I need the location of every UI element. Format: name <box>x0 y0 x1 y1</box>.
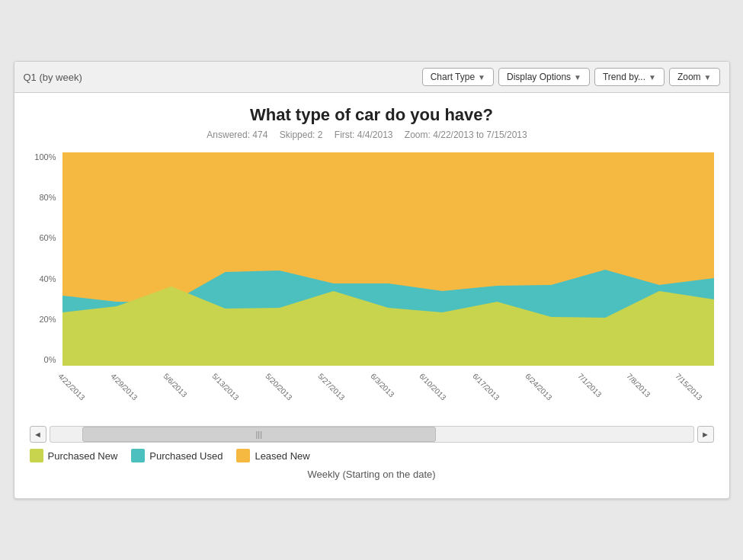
first-stat: First: 4/4/2013 <box>335 130 393 140</box>
zoom-stat: Zoom: 4/22/2013 to 7/15/2013 <box>405 130 527 140</box>
purchased-new-label: Purchased New <box>48 450 118 462</box>
x-axis-label: 6/3/2013 <box>370 372 396 398</box>
x-axis-label: 7/15/2013 <box>674 372 703 402</box>
chart-wrapper: 100% 80% 60% 40% 20% 0% <box>30 152 714 366</box>
chart-subtitle: Answered: 474 Skipped: 2 First: 4/4/2013… <box>30 130 714 140</box>
toolbar-buttons: Chart Type ▼ Display Options ▼ Trend by.… <box>422 68 720 86</box>
scrollbar-thumb-icon: ||| <box>255 430 262 439</box>
leased-new-label: Leased New <box>255 450 309 462</box>
x-axis-label: 6/24/2013 <box>524 372 553 402</box>
x-axis-label: 5/20/2013 <box>264 372 293 402</box>
answered-stat: Answered: 474 <box>207 130 267 140</box>
chart-svg-container <box>62 152 714 366</box>
toolbar-title: Q1 (by week) <box>24 72 422 83</box>
legend-item-purchased-new: Purchased New <box>30 449 118 462</box>
display-options-chevron-icon: ▼ <box>574 73 581 82</box>
purchased-used-swatch <box>131 449 145 462</box>
y-label-60: 60% <box>30 233 56 242</box>
chart-title: What type of car do you have? <box>30 105 714 125</box>
y-label-0: 0% <box>30 355 56 364</box>
x-axis-label: 7/1/2013 <box>577 372 604 398</box>
x-axis-label: 4/22/2013 <box>56 372 86 402</box>
x-label-wrap: 6/17/2013 <box>477 369 511 418</box>
chart-area: What type of car do you have? Answered: … <box>14 93 729 498</box>
scrollbar-thumb[interactable]: ||| <box>82 427 436 442</box>
y-label-80: 80% <box>30 193 56 202</box>
y-label-20: 20% <box>30 315 56 324</box>
trend-by-label: Trend by... <box>603 72 645 82</box>
x-axis-label: 6/10/2013 <box>418 372 447 402</box>
chart-type-chevron-icon: ▼ <box>478 73 485 82</box>
scroll-right-icon: ► <box>701 430 709 439</box>
y-label-40: 40% <box>30 274 56 283</box>
chart-type-label: Chart Type <box>431 72 475 82</box>
x-axis-label: 5/27/2013 <box>316 372 346 402</box>
x-label-wrap: 5/27/2013 <box>322 369 357 418</box>
display-options-button[interactable]: Display Options ▼ <box>498 68 590 86</box>
trend-by-chevron-icon: ▼ <box>649 73 656 82</box>
x-axis-label: 7/8/2013 <box>625 372 652 398</box>
chart-type-button[interactable]: Chart Type ▼ <box>422 68 494 86</box>
purchased-used-label: Purchased Used <box>149 450 223 462</box>
scroll-left-icon: ◄ <box>34 430 42 439</box>
scrollbar-area: ◄ ||| ► <box>30 426 714 443</box>
x-axis-label: 4/29/2013 <box>109 372 139 402</box>
legend-item-leased-new: Leased New <box>236 449 309 462</box>
x-label-wrap: 6/10/2013 <box>424 369 458 418</box>
scroll-right-button[interactable]: ► <box>697 426 714 443</box>
chart-footer: Weekly (Starting on the date) <box>30 469 714 480</box>
x-label-wrap: 7/15/2013 <box>680 369 714 418</box>
x-label-wrap: 6/24/2013 <box>530 369 564 418</box>
scroll-left-button[interactable]: ◄ <box>30 426 46 443</box>
x-label-wrap: 4/22/2013 <box>62 369 97 418</box>
zoom-button[interactable]: Zoom ▼ <box>669 68 720 86</box>
skipped-stat: Skipped: 2 <box>280 130 323 140</box>
x-axis: 4/22/20134/29/20135/6/20135/13/20135/20/… <box>62 369 714 418</box>
x-label-wrap: 7/1/2013 <box>582 369 612 418</box>
zoom-label: Zoom <box>677 72 701 82</box>
x-label-wrap: 4/29/2013 <box>115 369 149 418</box>
area-chart <box>62 152 714 366</box>
purchased-new-swatch <box>30 449 43 462</box>
x-axis-label: 5/6/2013 <box>162 372 189 398</box>
legend-item-purchased-used: Purchased Used <box>131 449 223 462</box>
x-label-wrap: 5/6/2013 <box>168 369 197 418</box>
x-axis-label: 6/17/2013 <box>471 372 501 402</box>
leased-new-swatch <box>236 449 250 462</box>
legend: Purchased New Purchased Used Leased New <box>30 449 714 462</box>
display-options-label: Display Options <box>507 72 571 82</box>
x-label-wrap: 5/20/2013 <box>270 369 304 418</box>
zoom-chevron-icon: ▼ <box>704 73 712 82</box>
x-label-wrap: 7/8/2013 <box>631 369 661 418</box>
x-label-wrap: 6/3/2013 <box>375 369 405 418</box>
x-axis-label: 5/13/2013 <box>210 372 240 402</box>
scrollbar-track: ||| <box>50 426 694 443</box>
x-label-wrap: 5/13/2013 <box>216 369 251 418</box>
trend-by-button[interactable]: Trend by... ▼ <box>594 68 665 86</box>
y-axis: 100% 80% 60% 40% 20% 0% <box>30 152 56 366</box>
toolbar: Q1 (by week) Chart Type ▼ Display Option… <box>14 62 729 93</box>
y-label-100: 100% <box>30 152 56 162</box>
